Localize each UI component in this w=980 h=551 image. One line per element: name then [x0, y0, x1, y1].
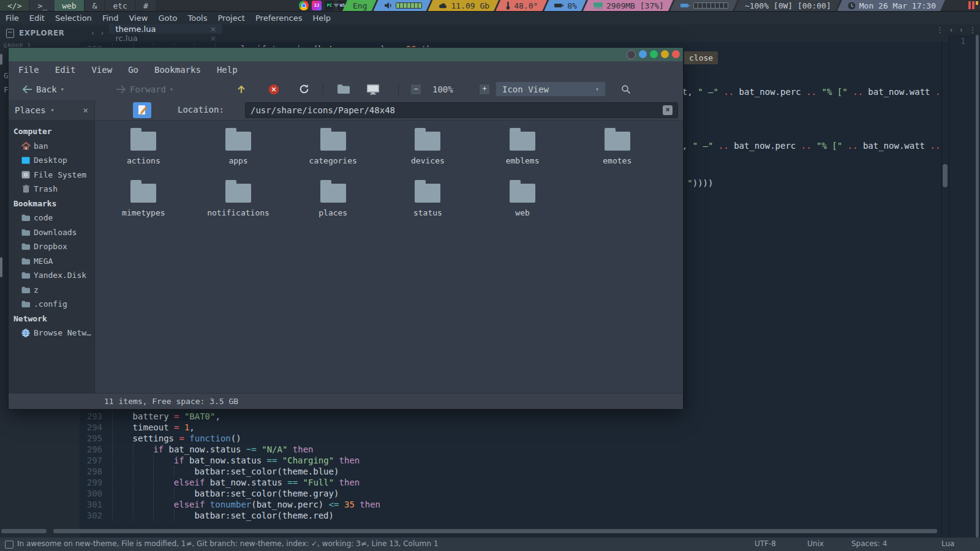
fm-menu-item-bookmarks[interactable]: Bookmarks	[154, 65, 201, 75]
fm-menu-item-go[interactable]: Go	[128, 65, 138, 75]
fm-menu-item-view[interactable]: View	[91, 65, 112, 75]
menu-item-help[interactable]: Help	[312, 13, 331, 23]
sidebar-item-ban[interactable]: ban	[9, 139, 94, 154]
sidebar-item-browse-netw[interactable]: Browse Netw…	[9, 326, 94, 340]
layout-indicator-icon[interactable]	[968, 1, 978, 10]
close-panel-icon[interactable]: ×	[83, 105, 88, 115]
status-spaces-4[interactable]: Spaces: 4	[851, 539, 887, 548]
window-menu-button[interactable]	[627, 50, 636, 59]
fm-titlebar[interactable]	[9, 48, 683, 61]
code-token: ,	[215, 411, 220, 421]
back-label: Back	[36, 84, 57, 94]
folder-item-status[interactable]: status	[380, 178, 475, 230]
folder-item-emotes[interactable]: emotes	[570, 126, 665, 178]
menu-item-view[interactable]: View	[129, 13, 148, 23]
close-button[interactable]	[672, 50, 680, 58]
sidebar-hscroll-thumb[interactable]	[1, 529, 47, 533]
menu-item-edit[interactable]: Edit	[29, 13, 45, 23]
close-tab-icon[interactable]: ×	[210, 24, 217, 34]
sidebar-item-label: z	[34, 285, 39, 294]
folder-item-web[interactable]: web	[475, 178, 570, 230]
fm-menu-item-help[interactable]: Help	[217, 65, 238, 75]
editor-group-2[interactable]: 1	[949, 35, 980, 538]
sidebar-item-code[interactable]: code	[9, 211, 94, 225]
status-utf-8[interactable]: UTF-8	[755, 539, 776, 548]
overflow-menu-icon[interactable]: ⋮	[969, 26, 976, 34]
desktop-view-button[interactable]	[366, 78, 380, 100]
minimize-button[interactable]	[639, 50, 647, 58]
editor-hscroll-thumb[interactable]	[53, 529, 937, 533]
prev-tab-icon[interactable]: ‹	[949, 26, 954, 34]
up-button[interactable]	[236, 78, 246, 100]
code-line: 298batbar:set_color(theme.blue)	[80, 466, 941, 477]
tab-theme-lua[interactable]: theme.lua×	[109, 24, 222, 34]
menu-item-tools[interactable]: Tools	[187, 13, 207, 23]
tag-web[interactable]: web	[55, 0, 83, 11]
menu-item-preferences[interactable]: Preferences	[255, 13, 302, 23]
sidebar-scroll-thumb[interactable]	[0, 257, 2, 277]
home-folder-button[interactable]	[337, 78, 350, 100]
zoom-in-button[interactable]: +	[479, 78, 490, 100]
fm-menu-item-edit[interactable]: Edit	[55, 65, 76, 75]
sidebar-item-yandex-disk[interactable]: Yandex.Disk	[9, 268, 94, 283]
folder-item-categories[interactable]: categories	[285, 126, 380, 178]
right-pane-scrollbar[interactable]	[976, 35, 979, 538]
folder-item-devices[interactable]: devices	[380, 126, 475, 178]
menu-item-selection[interactable]: Selection	[55, 13, 92, 23]
tag-sym[interactable]: #	[136, 0, 156, 11]
forward-button[interactable]: Forward ▾	[116, 78, 173, 100]
folder-item-emblems[interactable]: emblems	[475, 126, 570, 178]
code-text: if bat_now.status == "Charging" then	[112, 455, 360, 466]
tag-etc[interactable]: etc	[105, 0, 134, 11]
tray-collapse-arrow-icon[interactable]	[333, 4, 339, 7]
menu-item-find[interactable]: Find	[102, 13, 119, 23]
edit-location-button[interactable]	[133, 102, 151, 118]
intellij-icon[interactable]: IJ	[312, 1, 322, 10]
clear-location-icon[interactable]: ×	[663, 105, 673, 115]
next-tab-icon[interactable]: ›	[959, 26, 963, 34]
refresh-button[interactable]	[299, 78, 309, 100]
folder-item-places[interactable]: places	[285, 178, 380, 230]
sidebar-item-file-system[interactable]: File System	[9, 168, 94, 182]
fm-folder-view[interactable]: actionsappscategoriesdevicesemblemsemote…	[95, 121, 683, 393]
folder-item-apps[interactable]: apps	[191, 126, 286, 178]
location-input[interactable]: /usr/share/icons/Paper/48x48 ×	[245, 102, 678, 118]
tab-nav-arrows[interactable]: ‹›	[86, 24, 109, 42]
places-panel-header[interactable]: Places ▾ ×	[9, 100, 95, 120]
explorer-panel-header[interactable]: EXPLORER	[0, 24, 86, 42]
zoom-out-button[interactable]: −	[410, 78, 421, 100]
stop-button[interactable]	[268, 78, 279, 100]
folder-label: devices	[411, 156, 445, 165]
vertical-scrollbar-thumb[interactable]	[943, 164, 948, 187]
folder-item-actions[interactable]: actions	[96, 126, 191, 178]
sidebar-item-mega[interactable]: MEGA	[9, 254, 94, 269]
search-button[interactable]	[621, 78, 631, 100]
sidebar-item-trash[interactable]: Trash	[9, 182, 94, 197]
sidebar-item-downloads[interactable]: Downloads	[9, 225, 94, 240]
status-unix[interactable]: Unix	[807, 539, 824, 548]
sidebar-scroll-thumb[interactable]	[0, 54, 2, 65]
view-mode-dropdown[interactable]: Icon View ▾	[496, 81, 606, 97]
folder-item-mimetypes[interactable]: mimetypes	[96, 178, 191, 230]
status-lua[interactable]: Lua	[941, 539, 954, 548]
fm-menu-item-file[interactable]: File	[18, 65, 39, 75]
back-button[interactable]: Back ▾	[22, 78, 64, 100]
next-tab-icon[interactable]: ›	[100, 29, 104, 37]
prev-tab-icon[interactable]: ‹	[91, 29, 95, 37]
sidebar-item-dropbox[interactable]: Dropbox	[9, 239, 94, 254]
menu-item-goto[interactable]: Goto	[158, 13, 177, 23]
menu-item-project[interactable]: Project	[217, 13, 244, 23]
chrome-icon[interactable]	[299, 1, 309, 10]
sidebar-item-desktop[interactable]: Desktop	[9, 153, 94, 168]
folder-item-notifications[interactable]: notifications	[191, 178, 286, 230]
tag-sym[interactable]: </>	[0, 0, 29, 11]
overflow-menu-icon[interactable]: ⋮	[937, 26, 944, 34]
sidebar-item-config[interactable]: .config	[9, 297, 94, 312]
menu-item-file[interactable]: File	[6, 13, 19, 23]
sidebar-item-z[interactable]: z	[9, 283, 94, 298]
sticky-button[interactable]	[661, 50, 669, 58]
maximize-button[interactable]	[650, 50, 658, 58]
tag-sym[interactable]: >_	[30, 0, 55, 11]
tag-sym[interactable]: &	[85, 0, 105, 11]
chevron-down-icon: ▾	[61, 86, 64, 92]
